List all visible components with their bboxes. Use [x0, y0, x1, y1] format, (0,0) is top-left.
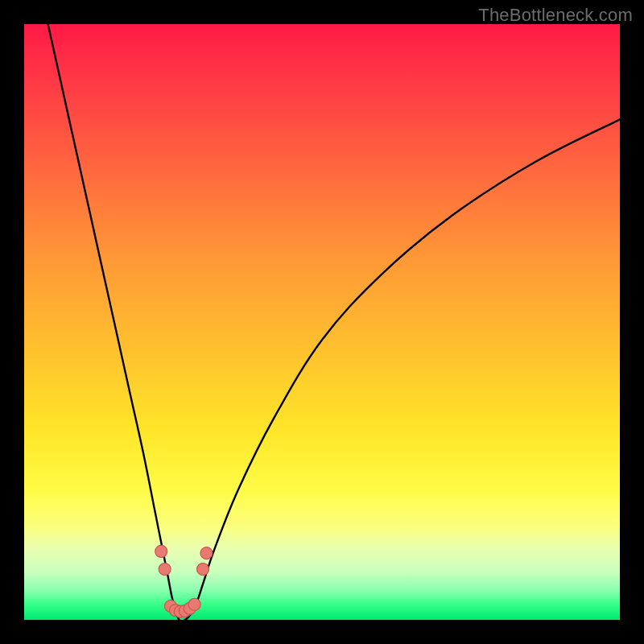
curve-marker: [188, 598, 200, 610]
curve-marker: [155, 545, 167, 557]
curve-marker: [197, 564, 209, 576]
curve-layer: [24, 24, 620, 620]
curve-marker: [200, 547, 213, 559]
chart-frame: TheBottleneck.com: [0, 0, 644, 644]
curve-marker: [159, 564, 171, 576]
bottleneck-curve: [48, 24, 620, 620]
watermark-text: TheBottleneck.com: [478, 5, 633, 26]
plot-area: [24, 24, 620, 620]
